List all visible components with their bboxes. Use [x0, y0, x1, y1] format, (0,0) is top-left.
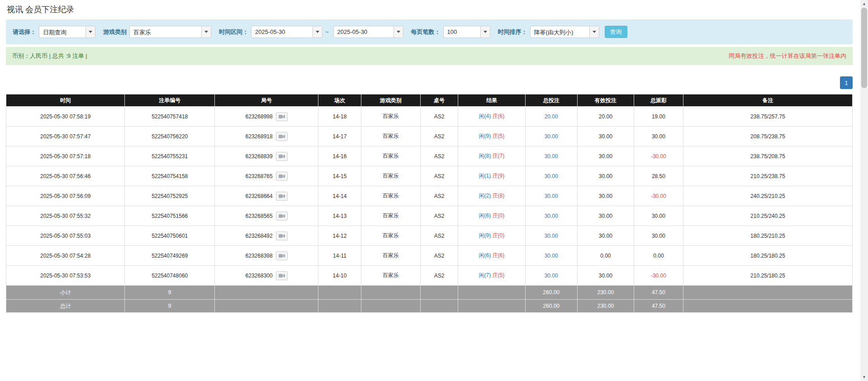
total-bet-link[interactable]: 30.00	[545, 233, 558, 239]
cell-time: 2025-05-30 07:57:47	[6, 127, 125, 146]
cell-game-type: 百家乐	[361, 127, 420, 146]
cell-round-id: 623268839	[215, 146, 318, 166]
total-bet-link[interactable]: 30.00	[545, 153, 558, 160]
round-number: 623268300	[246, 273, 273, 279]
cell-valid-bet: 30.00	[577, 127, 634, 146]
cell-remark: 180.25/210.25	[683, 226, 852, 246]
video-replay-icon[interactable]	[276, 231, 288, 240]
cell-total-bet: 30.00	[525, 246, 577, 266]
scrollbar-thumb[interactable]	[861, 8, 867, 88]
query-type-value: 日期查询	[39, 26, 85, 38]
chevron-down-icon[interactable]	[201, 26, 211, 38]
total-bet-link[interactable]: 20.00	[545, 113, 558, 120]
vertical-scrollbar[interactable]: ▲ ▼	[860, 0, 868, 381]
video-replay-icon[interactable]	[276, 192, 288, 201]
total-bet-link[interactable]: 30.00	[545, 253, 558, 259]
table-row: 2025-05-30 07:55:32522540751566623268565…	[6, 206, 853, 226]
date-from-value: 2025-05-30	[251, 26, 313, 38]
cell-round-id: 623268300	[215, 266, 318, 286]
game-type-dropdown[interactable]: 百家乐	[129, 26, 211, 38]
cell-remark: 210.25/238.75	[683, 166, 852, 186]
chevron-down-icon[interactable]	[480, 26, 490, 38]
cell-payout: -30.00	[634, 186, 683, 206]
cell-total-bet: 30.00	[525, 266, 577, 286]
table-row: 2025-05-30 07:57:47522540756220623268918…	[6, 127, 853, 146]
cell-game-type: 百家乐	[361, 206, 420, 226]
empty-cell	[318, 300, 361, 313]
time-sort-dropdown[interactable]: 降幂(由大到小)	[530, 26, 599, 38]
cell-game-type: 百家乐	[361, 107, 420, 127]
video-replay-icon[interactable]	[276, 132, 288, 141]
date-to-picker[interactable]: 2025-05-30	[333, 26, 403, 38]
table-row: 2025-05-30 07:55:03522540750601623268492…	[6, 226, 853, 246]
empty-cell	[458, 286, 525, 300]
page-title: 视讯 会员下注纪录	[6, 0, 853, 19]
query-type-dropdown[interactable]: 日期查询	[39, 26, 95, 38]
total-count: 9	[125, 300, 215, 313]
scrollbar-down-arrow[interactable]: ▼	[860, 373, 868, 381]
per-page-dropdown[interactable]: 100	[443, 26, 490, 38]
cell-payout: -30.00	[634, 146, 683, 166]
video-replay-icon[interactable]	[276, 251, 288, 260]
scrollbar-up-arrow[interactable]: ▲	[860, 0, 868, 8]
subtotal-payout: 47.50	[634, 286, 683, 300]
total-bet-link[interactable]: 30.00	[545, 173, 558, 179]
video-replay-icon[interactable]	[276, 271, 288, 280]
pagination-page-1[interactable]: 1	[840, 76, 853, 89]
cell-time: 2025-05-30 07:56:46	[6, 166, 125, 186]
valid-bet-notice-text: 同局有效投注，统一计算在该局第一张注单内	[729, 52, 846, 60]
result-banker: 庄(0)	[493, 232, 505, 239]
cell-time: 2025-05-30 07:55:32	[6, 206, 125, 226]
video-replay-icon[interactable]	[276, 172, 288, 181]
cell-session: 14-15	[318, 166, 361, 186]
caret-glyph	[397, 31, 400, 33]
col-header-game-type: 游戏类别	[361, 94, 420, 107]
bet-records-table: 时间 注单编号 局号 场次 游戏类别 桌号 结果 总投注 有效投注 总派彩 备注…	[6, 94, 853, 313]
video-replay-icon[interactable]	[276, 152, 288, 161]
cell-table-no: AS2	[420, 166, 458, 186]
total-bet-link[interactable]: 30.00	[545, 133, 558, 140]
cell-game-type: 百家乐	[361, 186, 420, 206]
caret-glyph	[316, 31, 319, 33]
cell-round-id: 623268918	[215, 127, 318, 146]
result-player: 闲(4)	[479, 113, 491, 119]
subtotal-row: 小计 9 260.00 230.00 47.50	[6, 286, 853, 300]
video-replay-icon[interactable]	[276, 212, 288, 221]
result-banker: 庄(9)	[493, 173, 505, 179]
date-from-picker[interactable]: 2025-05-30	[251, 26, 323, 38]
total-label: 总计	[6, 300, 125, 313]
time-sort-value: 降幂(由大到小)	[531, 26, 589, 38]
cell-table-no: AS2	[420, 146, 458, 166]
caret-glyph	[89, 31, 92, 33]
round-number: 623268664	[246, 193, 273, 199]
chevron-down-icon[interactable]	[85, 26, 95, 38]
cell-total-bet: 20.00	[525, 107, 577, 127]
search-button[interactable]: 查询	[605, 26, 627, 38]
video-replay-icon[interactable]	[276, 112, 288, 121]
select-type-label: 请选择：	[13, 28, 36, 36]
cell-remark: 208.75/238.75	[683, 127, 852, 146]
round-number: 623268398	[246, 253, 273, 259]
round-number: 623268918	[246, 133, 273, 140]
caret-glyph	[593, 31, 596, 33]
subtotal-label: 小计	[6, 286, 125, 300]
round-number: 623268765	[246, 173, 273, 179]
result-player: 闲(1)	[479, 173, 491, 179]
chevron-down-icon[interactable]	[313, 26, 322, 38]
chevron-down-icon[interactable]	[394, 26, 403, 38]
cell-session: 14-10	[318, 266, 361, 286]
cell-total-bet: 30.00	[525, 226, 577, 246]
empty-cell	[683, 300, 852, 313]
cell-table-no: AS2	[420, 206, 458, 226]
empty-cell	[215, 286, 318, 300]
cell-total-bet: 30.00	[525, 127, 577, 146]
total-bet-link[interactable]: 30.00	[545, 273, 558, 279]
result-player: 闲(9)	[479, 232, 491, 239]
chevron-down-icon[interactable]	[589, 26, 599, 38]
cell-bet-id: 522540754158	[125, 166, 215, 186]
cell-result: 闲(9) 庄(0)	[458, 226, 525, 246]
total-bet-link[interactable]: 30.00	[545, 213, 558, 219]
cell-result: 闲(6) 庄(0)	[458, 206, 525, 226]
col-header-total-bet: 总投注	[525, 94, 577, 107]
total-bet-link[interactable]: 30.00	[545, 193, 558, 199]
